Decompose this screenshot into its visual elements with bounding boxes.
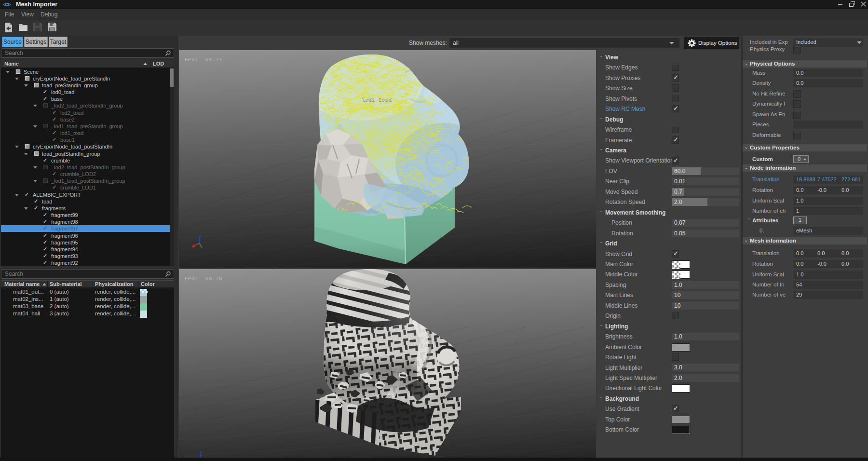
svg-text:lod1_toad: lod1_toad [362,97,392,103]
